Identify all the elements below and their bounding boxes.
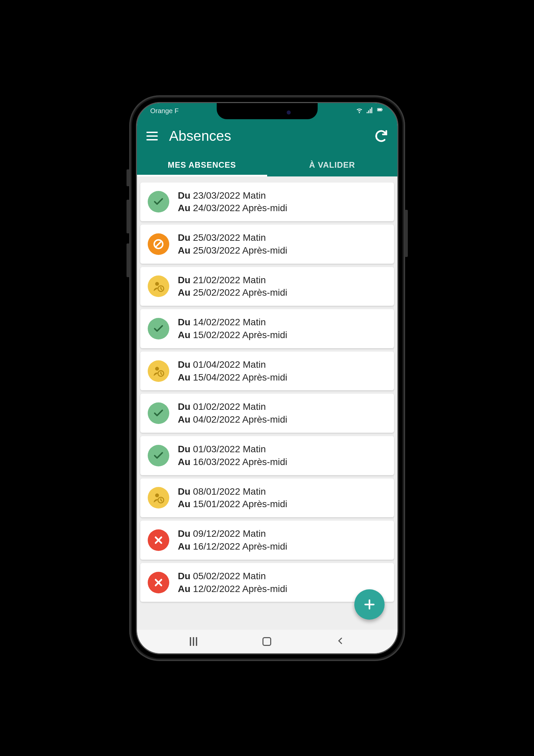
check-icon (148, 402, 169, 424)
svg-rect-1 (378, 109, 382, 110)
add-absence-button[interactable] (354, 589, 385, 620)
from-label: Du (178, 444, 190, 454)
phone-volume-up (127, 200, 130, 233)
svg-rect-2 (382, 109, 382, 110)
menu-button[interactable] (146, 132, 158, 140)
phone-notch (217, 103, 318, 119)
absence-card[interactable]: Du 01/03/2022 MatinAu 16/03/2022 Après-m… (140, 436, 394, 475)
svg-point-6 (155, 367, 159, 370)
absence-card[interactable]: Du 21/02/2022 MatinAu 25/02/2022 Après-m… (140, 267, 394, 306)
from-label: Du (178, 232, 190, 243)
absence-card[interactable]: Du 25/03/2022 MatinAu 25/03/2022 Après-m… (140, 225, 394, 264)
check-icon (148, 318, 169, 339)
to-value: 25/03/2022 Après-midi (190, 245, 287, 256)
to-label: Au (178, 457, 190, 467)
from-value: 25/03/2022 Matin (190, 232, 266, 243)
absence-text: Du 09/12/2022 MatinAu 16/12/2022 Après-m… (178, 527, 287, 553)
person-clock-icon (148, 275, 169, 297)
svg-point-8 (155, 494, 159, 497)
to-value: 25/02/2022 Après-midi (190, 287, 287, 298)
to-value: 16/12/2022 Après-midi (190, 541, 287, 552)
absence-from-line: Du 14/02/2022 Matin (178, 316, 287, 329)
page-title: Absences (169, 128, 363, 144)
status-bar-right (356, 106, 384, 116)
app-header: Absences (137, 119, 397, 153)
person-clock-icon (148, 487, 169, 508)
absence-card[interactable]: Du 05/02/2022 MatinAu 12/02/2022 Après-m… (140, 563, 394, 602)
to-label: Au (178, 330, 190, 340)
to-value: 04/02/2022 Après-midi (190, 414, 287, 425)
screen: Orange F Absences (137, 103, 397, 653)
absence-to-line: Au 04/02/2022 Après-midi (178, 413, 287, 426)
absence-from-line: Du 01/03/2022 Matin (178, 443, 287, 456)
from-value: 21/02/2022 Matin (190, 275, 266, 285)
from-value: 05/02/2022 Matin (190, 571, 266, 581)
tab-bar: MES ABSENCES À VALIDER (137, 153, 397, 176)
from-value: 08/01/2022 Matin (190, 486, 266, 497)
nav-back-button[interactable] (336, 637, 345, 646)
from-value: 01/02/2022 Matin (190, 401, 266, 412)
battery-icon (376, 107, 384, 114)
absence-from-line: Du 25/03/2022 Matin (178, 231, 287, 244)
nav-home-button[interactable] (262, 637, 271, 646)
absence-card[interactable]: Du 01/04/2022 MatinAu 15/04/2022 Après-m… (140, 352, 394, 391)
check-icon (148, 445, 169, 466)
from-label: Du (178, 401, 190, 412)
phone-volume-down (127, 243, 130, 277)
check-icon (148, 191, 169, 212)
absence-to-line: Au 16/12/2022 Après-midi (178, 540, 287, 553)
to-label: Au (178, 287, 190, 298)
absence-card[interactable]: Du 14/02/2022 MatinAu 15/02/2022 Après-m… (140, 309, 394, 348)
absence-text: Du 23/03/2022 MatinAu 24/03/2022 Après-m… (178, 189, 287, 215)
to-value: 16/03/2022 Après-midi (190, 457, 287, 467)
to-label: Au (178, 414, 190, 425)
close-icon (148, 572, 169, 593)
phone-power-button (404, 210, 408, 257)
absence-text: Du 21/02/2022 MatinAu 25/02/2022 Après-m… (178, 274, 287, 299)
absence-text: Du 05/02/2022 MatinAu 12/02/2022 Après-m… (178, 570, 287, 595)
absence-card[interactable]: Du 08/01/2022 MatinAu 15/01/2022 Après-m… (140, 479, 394, 518)
absence-card[interactable]: Du 09/12/2022 MatinAu 16/12/2022 Après-m… (140, 521, 394, 560)
from-value: 23/03/2022 Matin (190, 190, 266, 201)
absence-text: Du 25/03/2022 MatinAu 25/03/2022 Après-m… (178, 231, 287, 257)
absence-text: Du 14/02/2022 MatinAu 15/02/2022 Après-m… (178, 316, 287, 341)
to-label: Au (178, 245, 190, 256)
from-label: Du (178, 571, 190, 581)
absence-from-line: Du 09/12/2022 Matin (178, 527, 287, 540)
absence-from-line: Du 23/03/2022 Matin (178, 189, 287, 202)
absence-text: Du 01/04/2022 MatinAu 15/04/2022 Après-m… (178, 358, 287, 384)
from-label: Du (178, 528, 190, 539)
absence-from-line: Du 01/04/2022 Matin (178, 358, 287, 371)
from-value: 01/04/2022 Matin (190, 359, 266, 370)
from-label: Du (178, 275, 190, 285)
absence-text: Du 01/02/2022 MatinAu 04/02/2022 Après-m… (178, 400, 287, 426)
absence-to-line: Au 15/02/2022 Après-midi (178, 329, 287, 341)
to-value: 15/02/2022 Après-midi (190, 330, 287, 340)
absence-to-line: Au 15/01/2022 Après-midi (178, 498, 287, 511)
absence-card[interactable]: Du 01/02/2022 MatinAu 04/02/2022 Après-m… (140, 394, 394, 433)
absence-from-line: Du 08/01/2022 Matin (178, 485, 287, 498)
to-value: 12/02/2022 Après-midi (190, 584, 287, 594)
status-carrier: Orange F (150, 107, 179, 115)
nav-recent-button[interactable] (190, 637, 197, 646)
tab-to-validate[interactable]: À VALIDER (267, 153, 397, 176)
signal-icon (366, 106, 373, 116)
from-label: Du (178, 359, 190, 370)
absence-card[interactable]: Du 23/03/2022 MatinAu 24/03/2022 Après-m… (140, 183, 394, 222)
to-value: 24/03/2022 Après-midi (190, 203, 287, 213)
absence-to-line: Au 15/04/2022 Après-midi (178, 371, 287, 384)
prohibit-icon (148, 233, 169, 255)
phone-frame: Orange F Absences (129, 95, 405, 661)
absence-to-line: Au 25/03/2022 Après-midi (178, 244, 287, 257)
svg-point-4 (155, 282, 159, 286)
absence-list[interactable]: Du 23/03/2022 MatinAu 24/03/2022 Après-m… (137, 176, 397, 626)
close-icon (148, 529, 169, 551)
wifi-icon (356, 106, 363, 116)
phone-inner: Orange F Absences (136, 102, 398, 654)
person-clock-icon (148, 360, 169, 382)
absence-from-line: Du 01/02/2022 Matin (178, 400, 287, 413)
from-value: 09/12/2022 Matin (190, 528, 266, 539)
refresh-button[interactable] (375, 129, 388, 143)
to-label: Au (178, 499, 190, 509)
tab-my-absences[interactable]: MES ABSENCES (137, 153, 267, 176)
